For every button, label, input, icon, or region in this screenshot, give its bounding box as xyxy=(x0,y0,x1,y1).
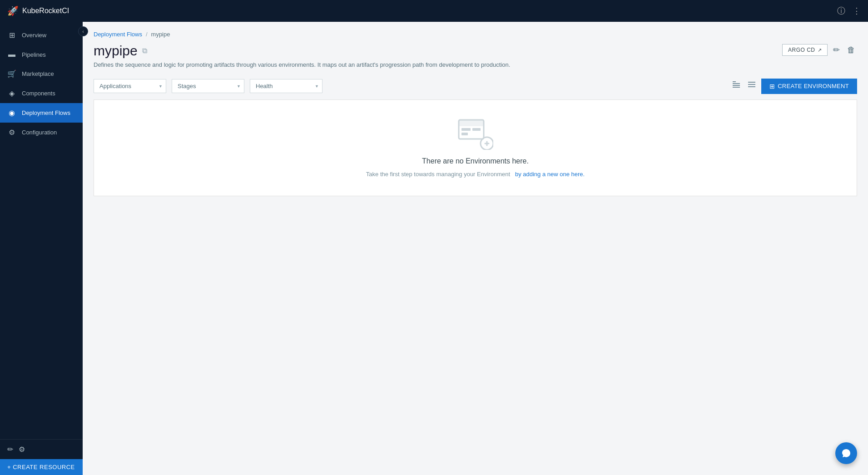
svg-rect-3 xyxy=(733,87,740,88)
empty-state-description: Take the first step towards managing you… xyxy=(366,171,585,178)
svg-rect-8 xyxy=(459,120,484,126)
app-title: KubeRocketCI xyxy=(22,7,69,15)
sidebar-item-components-label: Components xyxy=(22,90,55,97)
sidebar-item-deployment-flows-label: Deployment Flows xyxy=(22,109,70,116)
svg-rect-9 xyxy=(461,128,471,131)
argo-cd-button[interactable]: ARGO CD ↗ xyxy=(782,44,828,56)
info-icon[interactable]: ⓘ xyxy=(837,5,845,16)
applications-filter-wrap: Applications xyxy=(94,79,166,93)
stages-filter-wrap: Stages xyxy=(172,79,244,93)
page-description: Defines the sequence and logic for promo… xyxy=(94,60,857,69)
svg-rect-6 xyxy=(748,86,755,87)
empty-state-description-text: Take the first step towards managing you… xyxy=(366,171,510,178)
empty-state-title: There are no Environments here. xyxy=(422,157,529,165)
deployment-flows-icon: ◉ xyxy=(7,109,16,117)
settings-icon[interactable]: ⚙ xyxy=(19,445,25,454)
pipelines-icon: ▬ xyxy=(7,50,16,59)
sidebar-item-deployment-flows[interactable]: ◉ Deployment Flows xyxy=(0,103,83,123)
empty-state-link[interactable]: by adding a new one here. xyxy=(515,171,585,178)
health-filter[interactable]: Health xyxy=(250,79,322,93)
sidebar-item-configuration[interactable]: ⚙ Configuration xyxy=(0,123,83,142)
page-title: mypipe xyxy=(94,43,138,59)
filter-right: ⊞ CREATE ENVIRONMENT xyxy=(730,79,857,94)
health-filter-wrap: Health xyxy=(250,79,322,93)
sidebar-item-pipelines-label: Pipelines xyxy=(22,51,46,58)
sidebar-item-configuration-label: Configuration xyxy=(22,129,57,136)
environments-container: There are no Environments here. Take the… xyxy=(94,99,857,196)
sidebar-item-marketplace-label: Marketplace xyxy=(22,70,54,77)
sidebar-item-overview-label: Overview xyxy=(22,32,46,39)
copy-icon[interactable]: ⧉ xyxy=(142,47,147,55)
components-icon: ◈ xyxy=(7,89,16,98)
app-logo-icon: 🚀 xyxy=(7,5,19,16)
sidebar-item-pipelines[interactable]: ▬ Pipelines xyxy=(0,45,83,64)
svg-rect-5 xyxy=(748,84,755,85)
create-resource-button[interactable]: + CREATE RESOURCE xyxy=(0,459,83,475)
sidebar: ‹ ⊞ Overview ▬ Pipelines 🛒 Marketplace ◈… xyxy=(0,22,83,475)
sidebar-item-overview[interactable]: ⊞ Overview xyxy=(0,25,83,45)
create-environment-button[interactable]: ⊞ CREATE ENVIRONMENT xyxy=(761,79,857,94)
topbar: 🚀 KubeRocketCI ⓘ ⋮ xyxy=(0,0,868,22)
argo-external-icon: ↗ xyxy=(818,47,822,53)
svg-rect-10 xyxy=(461,133,468,135)
pen-icon[interactable]: ✏ xyxy=(7,445,13,454)
compact-view-icon[interactable] xyxy=(730,79,742,93)
sidebar-item-components[interactable]: ◈ Components xyxy=(0,84,83,103)
filter-bar: Applications Stages Health xyxy=(94,79,857,94)
page-header: mypipe ⧉ ARGO CD ↗ ✏ 🗑 xyxy=(94,43,857,59)
svg-rect-11 xyxy=(472,128,481,131)
header-actions: ARGO CD ↗ ✏ 🗑 xyxy=(782,43,857,57)
breadcrumb-current: mypipe xyxy=(151,31,170,38)
main-layout: ‹ ⊞ Overview ▬ Pipelines 🛒 Marketplace ◈… xyxy=(0,22,868,475)
page-title-section: mypipe ⧉ xyxy=(94,43,147,59)
sidebar-collapse-button[interactable]: ‹ xyxy=(78,26,88,36)
stages-filter[interactable]: Stages xyxy=(172,79,244,93)
breadcrumb: Deployment Flows / mypipe xyxy=(94,31,857,38)
svg-rect-0 xyxy=(733,81,736,82)
svg-rect-1 xyxy=(733,83,740,84)
topbar-right: ⓘ ⋮ xyxy=(837,5,861,16)
marketplace-icon: 🛒 xyxy=(7,69,16,78)
topbar-left: 🚀 KubeRocketCI xyxy=(7,5,69,16)
create-env-grid-icon: ⊞ xyxy=(769,83,775,90)
sidebar-bottom: ✏ ⚙ xyxy=(0,439,83,459)
breadcrumb-separator: / xyxy=(146,31,148,38)
delete-icon[interactable]: 🗑 xyxy=(845,44,857,57)
content-area: Deployment Flows / mypipe mypipe ⧉ ARGO … xyxy=(83,22,868,475)
edit-icon[interactable]: ✏ xyxy=(831,43,842,57)
configuration-icon: ⚙ xyxy=(7,128,16,137)
list-view-icon[interactable] xyxy=(746,79,758,93)
applications-filter[interactable]: Applications xyxy=(94,79,166,93)
argo-cd-label: ARGO CD xyxy=(788,47,815,53)
svg-rect-2 xyxy=(733,85,740,86)
sidebar-item-marketplace[interactable]: 🛒 Marketplace xyxy=(0,64,83,84)
svg-rect-4 xyxy=(748,82,755,83)
breadcrumb-link[interactable]: Deployment Flows xyxy=(94,31,142,38)
empty-state-icon xyxy=(457,118,493,152)
overview-icon: ⊞ xyxy=(7,31,16,40)
create-env-label: CREATE ENVIRONMENT xyxy=(778,83,849,89)
page-title-row: mypipe ⧉ xyxy=(94,43,147,59)
chat-fab-button[interactable] xyxy=(835,442,857,464)
more-icon[interactable]: ⋮ xyxy=(853,6,861,16)
sidebar-nav: ⊞ Overview ▬ Pipelines 🛒 Marketplace ◈ C… xyxy=(0,22,83,439)
empty-state: There are no Environments here. Take the… xyxy=(357,100,594,196)
